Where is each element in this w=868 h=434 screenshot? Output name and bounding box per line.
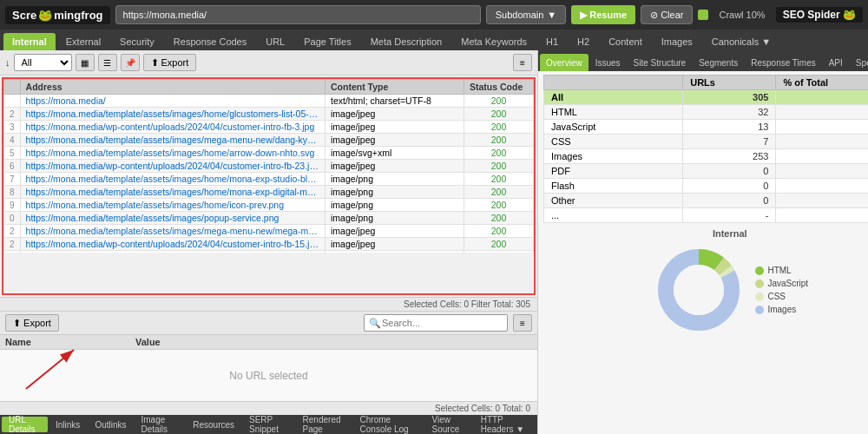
row-number: 5 [4, 147, 21, 160]
url-input[interactable] [115, 5, 481, 24]
row-status-code: 200 [464, 238, 534, 251]
clear-button[interactable]: ⊘ Clear [641, 5, 693, 24]
table-row[interactable]: 4 https://mona.media/template/assets/ima… [4, 134, 534, 147]
col-address: Address [20, 80, 325, 95]
row-status-code: 200 [464, 121, 534, 134]
right-table-row[interactable]: PDF 0 0% [544, 164, 869, 179]
col-num [4, 80, 21, 95]
tab-view-source[interactable]: View Source [425, 417, 473, 432]
row-content-type: image/png [326, 199, 464, 212]
main-content: ↓ All HTML Images ▦ ☰ 📌 ⬆ ⬆ Export Expor… [0, 50, 868, 434]
tab-inlinks[interactable]: Inlinks [49, 417, 87, 432]
right-tab-spelling[interactable]: Spelling & Gr... [850, 54, 868, 71]
tab-h1[interactable]: H1 [537, 33, 567, 50]
svg-point-6 [674, 265, 724, 315]
table-row[interactable]: 5 https://mona.media/template/assets/ima… [4, 147, 534, 160]
no-url-area: No URL selected [0, 350, 537, 401]
right-tab-api[interactable]: API [823, 54, 849, 71]
row-content-type: image/jpeg [326, 160, 464, 173]
row-url: https://mona.media/template/assets/image… [20, 173, 325, 186]
row-status-code: 200 [464, 160, 534, 173]
tab-security[interactable]: Security [111, 33, 163, 50]
row-status-code: 200 [464, 225, 534, 238]
table-row[interactable]: 2 https://mona.media/template/assets/ima… [4, 108, 534, 121]
type-cell: ... [544, 208, 683, 223]
filter-options-icon[interactable]: ≡ [513, 54, 532, 71]
right-table-row[interactable]: Flash 0 0% [544, 179, 869, 194]
right-tab-response-times[interactable]: Response Times [745, 54, 821, 71]
tab-external[interactable]: External [57, 33, 109, 50]
row-number: 7 [4, 173, 21, 186]
legend-images: Images [755, 305, 808, 314]
tab-page-titles[interactable]: Page Titles [295, 33, 359, 50]
table-row[interactable]: 8 https://mona.media/template/assets/ima… [4, 186, 534, 199]
grid-icon[interactable]: ▦ [76, 54, 95, 71]
right-table-row[interactable]: ... - - [544, 208, 869, 223]
type-cell: HTML [544, 105, 683, 120]
tab-http-headers[interactable]: HTTP Headers ▼ [474, 417, 536, 432]
right-table-row[interactable]: CSS 7 2.3% [544, 135, 869, 149]
tab-rendered-page[interactable]: Rendered Page [296, 417, 352, 432]
row-status-code: 200 [464, 134, 534, 147]
row-content-type: image/jpeg [326, 134, 464, 147]
subdomain-button[interactable]: Subdomain ▼ [486, 5, 567, 24]
data-table: Address Content Type Status Code https:/… [3, 79, 534, 253]
table-row[interactable]: 6 https://mona.media/wp-content/uploads/… [4, 160, 534, 173]
table-row[interactable]: 3 https://mona.media/wp-content/uploads/… [4, 121, 534, 134]
tab-url[interactable]: URL [257, 33, 293, 50]
right-tab-segments[interactable]: Segments [693, 54, 744, 71]
table-row[interactable]: 2 https://mona.media/template/assets/ima… [4, 225, 534, 238]
search-icon: 🔍 [369, 318, 381, 329]
right-tab-overview[interactable]: Overview [540, 54, 589, 71]
export-button-bottom[interactable]: ⬆ Export [5, 314, 59, 332]
bottom-status-text: Selected Cells: 0 Total: 0 [435, 404, 530, 413]
right-table-row[interactable]: HTML 32 10.49% [544, 105, 869, 120]
bottom-filter-icon[interactable]: ≡ [513, 314, 532, 332]
tab-canonicals[interactable]: Canonicals ▼ [703, 33, 779, 50]
tab-chrome-console[interactable]: Chrome Console Log [353, 417, 424, 432]
list-icon[interactable]: ☰ [98, 54, 117, 71]
row-content-type: image/jpeg [326, 238, 464, 251]
right-table-row[interactable]: All 305 100% [544, 90, 869, 105]
tab-resources[interactable]: Resources [186, 417, 241, 432]
tab-meta-keywords[interactable]: Meta Keywords [452, 33, 536, 50]
tab-h2[interactable]: H2 [569, 33, 598, 50]
table-row[interactable]: 0 https://mona.media/template/assets/ima… [4, 212, 534, 225]
right-tab-site-structure[interactable]: Site Structure [628, 54, 693, 71]
right-table-row[interactable]: Other 0 0% [544, 194, 869, 208]
tab-outlinks[interactable]: Outlinks [88, 417, 133, 432]
table-row[interactable]: 2 https://mona.media/wp-content/uploads/… [4, 238, 534, 251]
type-cell: JavaScript [544, 120, 683, 135]
row-url: https://mona.media/template/assets/image… [20, 199, 325, 212]
filter-select[interactable]: All HTML Images [14, 54, 72, 71]
pct-cell: 4.26% [776, 120, 868, 135]
tab-internal[interactable]: Internal [3, 33, 56, 50]
tab-response-codes[interactable]: Response Codes [165, 33, 255, 50]
table-row[interactable]: 3 https://mona.media/template/assets/ima… [4, 251, 534, 253]
row-status-code: 200 [464, 186, 534, 199]
row-url: https://mona.media/wp-content/uploads/20… [20, 121, 325, 134]
tab-images[interactable]: Images [653, 33, 701, 50]
pin-icon[interactable]: 📌 [121, 54, 140, 71]
table-row[interactable]: https://mona.media/ text/html; charset=U… [4, 95, 534, 108]
bottom-tabs: URL Details Inlinks Outlinks Image Detai… [0, 415, 537, 434]
row-url: https://mona.media/template/assets/image… [20, 134, 325, 147]
bottom-search-input[interactable] [364, 314, 508, 332]
tab-url-details[interactable]: URL Details [2, 417, 48, 432]
tab-serp-snippet[interactable]: SERP Snippet [242, 417, 295, 432]
tab-meta-description[interactable]: Meta Description [362, 33, 451, 50]
export-button-top[interactable]: ⬆ ⬆ Export Export [143, 54, 197, 71]
crawl-info: Crawl 10% [713, 10, 770, 20]
row-number [4, 95, 21, 108]
table-row[interactable]: 7 https://mona.media/template/assets/ima… [4, 173, 534, 186]
right-table-row[interactable]: JavaScript 13 4.26% [544, 120, 869, 135]
urls-cell: 305 [683, 90, 776, 105]
resume-button[interactable]: ▶ Resume [571, 5, 635, 24]
table-row[interactable]: 9 https://mona.media/template/assets/ima… [4, 199, 534, 212]
row-url: https://mona.media/wp-content/uploads/20… [20, 238, 325, 251]
tab-image-details[interactable]: Image Details [135, 417, 186, 432]
right-tab-issues[interactable]: Issues [589, 54, 627, 71]
tab-content[interactable]: Content [600, 33, 651, 50]
row-number: 4 [4, 134, 21, 147]
right-table-row[interactable]: Images 253 82.95% [544, 149, 869, 164]
